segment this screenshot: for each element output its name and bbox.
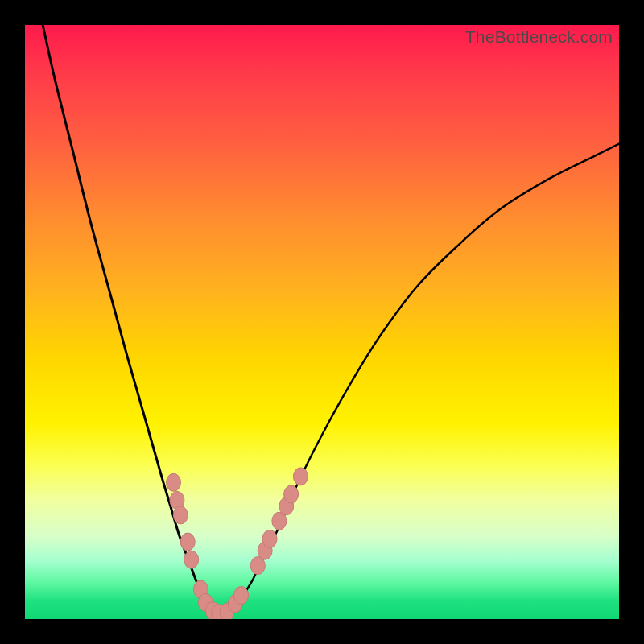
data-marker [262, 530, 277, 547]
data-marker [234, 586, 249, 604]
right-branch-curve [227, 144, 619, 613]
data-marker [184, 551, 199, 568]
data-marker [180, 533, 195, 551]
data-marker [284, 485, 299, 503]
curve-layer [43, 25, 619, 613]
chart-svg [25, 25, 619, 619]
plot-area: TheBottleneck.com [25, 25, 619, 619]
data-marker [167, 473, 181, 491]
outer-frame: TheBottleneck.com [0, 0, 644, 644]
data-marker [173, 506, 188, 524]
marker-layer [167, 468, 308, 619]
data-marker [293, 468, 308, 485]
left-branch-curve [43, 25, 215, 613]
